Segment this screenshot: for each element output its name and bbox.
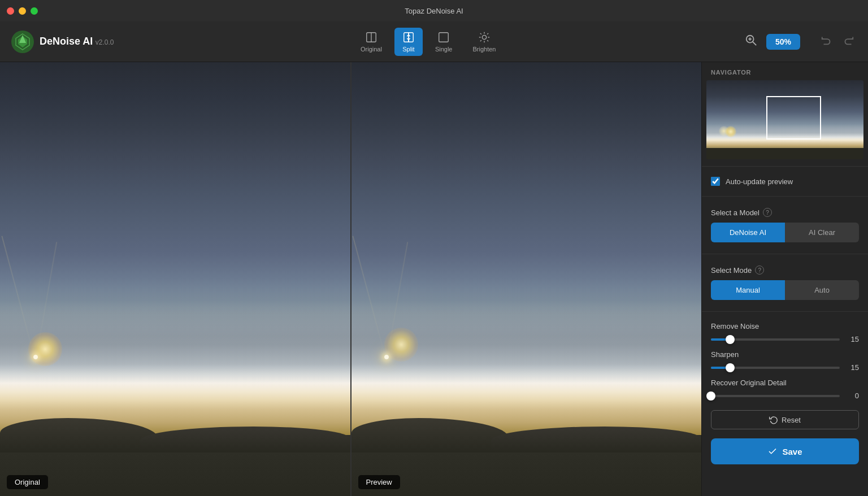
toolbar-view-controls: Original Split Single — [353, 28, 504, 56]
recover-detail-row: 0 — [711, 391, 859, 400]
divider-1 — [702, 166, 868, 167]
redo-button[interactable] — [840, 32, 857, 51]
recover-detail-track[interactable] — [711, 395, 840, 397]
toolbar: DeNoise AI v2.0.0 Original Split — [0, 21, 868, 62]
mode-buttons: Manual Auto — [711, 280, 859, 300]
recover-detail-label: Recover Original Detail — [711, 378, 859, 387]
single-view-button[interactable]: Single — [427, 28, 461, 56]
navigator-header: NAVIGATOR — [702, 62, 868, 80]
svg-point-6 — [482, 35, 486, 39]
sharpen-track[interactable] — [711, 367, 840, 369]
traffic-lights — [7, 7, 38, 15]
original-label-badge: Original — [7, 475, 48, 489]
maximize-button[interactable] — [31, 7, 38, 15]
svg-line-16 — [753, 42, 756, 45]
original-label: Original — [361, 46, 382, 53]
auto-mode-button[interactable]: Auto — [785, 280, 859, 300]
ai-clear-button[interactable]: AI Clear — [785, 223, 859, 242]
reset-button[interactable]: Reset — [711, 410, 859, 429]
svg-rect-5 — [439, 32, 449, 42]
preview-panel: Preview — [350, 62, 702, 496]
svg-line-10 — [487, 40, 488, 41]
app-name-area: DeNoise AI v2.0.0 — [40, 36, 114, 47]
undo-button[interactable] — [818, 32, 835, 51]
canvas-area: Original Preview — [0, 62, 701, 496]
zoom-icon — [745, 34, 757, 46]
preview-image — [351, 62, 702, 496]
svg-line-14 — [487, 33, 488, 34]
zoom-display[interactable]: 50% — [766, 34, 800, 50]
original-image — [0, 62, 350, 496]
sun-glow — [28, 332, 62, 366]
mode-section-label: Select Mode ? — [702, 261, 868, 278]
svg-line-13 — [480, 40, 481, 41]
split-icon — [402, 31, 415, 43]
recover-detail-thumb[interactable] — [706, 391, 715, 401]
title-bar: Topaz DeNoise AI — [0, 0, 868, 21]
app-logo — [11, 31, 34, 53]
auto-update-label: Auto-update preview — [726, 177, 793, 186]
model-help-icon[interactable]: ? — [763, 208, 772, 217]
original-panel: Original — [0, 62, 350, 496]
auto-update-row: Auto-update preview — [702, 173, 868, 189]
save-icon — [767, 446, 778, 456]
sharpen-label: Sharpen — [711, 350, 859, 359]
zoom-in-button[interactable] — [743, 32, 760, 51]
remove-noise-track[interactable] — [711, 338, 840, 341]
remove-noise-row: 15 — [711, 335, 859, 343]
manual-mode-button[interactable]: Manual — [711, 280, 785, 300]
preview-label-badge: Preview — [358, 475, 400, 489]
sharpen-section: Sharpen 15 — [702, 347, 868, 375]
brighten-button[interactable]: Brighten — [465, 28, 504, 56]
logo-area: DeNoise AI v2.0.0 — [11, 31, 114, 53]
auto-update-checkbox[interactable] — [711, 177, 720, 186]
save-button[interactable]: Save — [711, 438, 859, 464]
recover-detail-value: 0 — [845, 391, 859, 400]
split-view-button[interactable]: Split — [394, 28, 423, 56]
right-sidebar: NAVIGATOR Auto-update preview Select a M… — [701, 62, 868, 496]
single-icon — [437, 31, 450, 43]
redo-icon — [842, 34, 854, 46]
remove-noise-value: 15 — [845, 335, 859, 343]
toolbar-right: 50% — [743, 32, 857, 51]
single-label: Single — [435, 46, 453, 53]
divider-3 — [702, 254, 868, 254]
original-icon — [365, 31, 377, 43]
model-buttons: DeNoise AI AI Clear — [711, 223, 859, 242]
brighten-icon — [478, 31, 491, 43]
main-content: Original Preview NAVIGATOR — [0, 62, 868, 496]
divider-2 — [702, 196, 868, 197]
remove-noise-section: Remove Noise 15 — [702, 319, 868, 347]
window-title: Topaz DeNoise AI — [405, 7, 463, 15]
recover-detail-section: Recover Original Detail 0 — [702, 375, 868, 403]
undo-redo-area — [818, 32, 857, 51]
remove-noise-thumb[interactable] — [726, 335, 735, 344]
reset-icon — [769, 415, 778, 424]
brighten-label: Brighten — [472, 46, 496, 53]
app-version: v2.0.0 — [96, 38, 114, 46]
denoise-ai-button[interactable]: DeNoise AI — [711, 223, 785, 242]
undo-icon — [821, 34, 833, 46]
remove-noise-label: Remove Noise — [711, 322, 859, 330]
original-view-button[interactable]: Original — [353, 28, 390, 56]
svg-line-9 — [480, 33, 481, 34]
divider-4 — [702, 311, 868, 312]
close-button[interactable] — [7, 7, 14, 15]
sharpen-value: 15 — [845, 363, 859, 372]
app-name: DeNoise AI — [40, 36, 93, 47]
split-label: Split — [402, 46, 414, 53]
sharpen-row: 15 — [711, 363, 859, 372]
model-section-label: Select a Model ? — [702, 203, 868, 220]
mode-help-icon[interactable]: ? — [755, 266, 764, 275]
navigator-preview[interactable] — [706, 80, 863, 159]
sharpen-thumb[interactable] — [726, 363, 735, 372]
minimize-button[interactable] — [19, 7, 26, 15]
